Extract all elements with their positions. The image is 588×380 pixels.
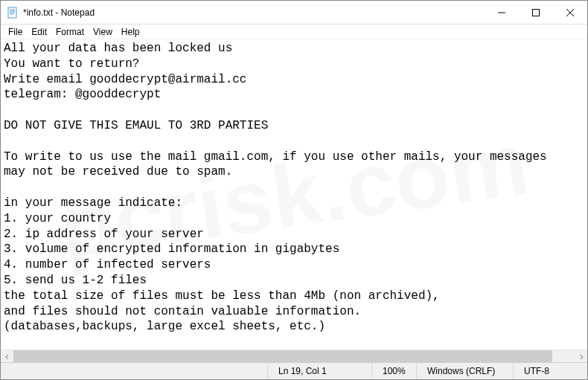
menu-edit[interactable]: Edit [27, 25, 51, 39]
menubar: File Edit Format View Help [1, 25, 587, 39]
minimize-button[interactable] [485, 1, 519, 24]
close-button[interactable] [553, 1, 587, 24]
window-controls [485, 1, 587, 24]
status-position: Ln 19, Col 1 [267, 363, 371, 379]
svg-rect-6 [533, 9, 540, 16]
menu-view[interactable]: View [89, 25, 117, 39]
menu-help[interactable]: Help [117, 25, 144, 39]
status-lineending: Windows (CRLF) [416, 363, 513, 379]
maximize-button[interactable] [519, 1, 553, 24]
scroll-track[interactable] [13, 350, 575, 362]
scroll-thumb[interactable] [13, 350, 552, 362]
watermark: pcrisk.com [52, 104, 535, 285]
window-title: *info.txt - Notepad [23, 7, 485, 18]
notepad-window: *info.txt - Notepad File Edit Format Vie… [0, 0, 588, 380]
scroll-right-arrow[interactable] [575, 350, 587, 363]
titlebar: *info.txt - Notepad [1, 1, 587, 25]
statusbar: Ln 19, Col 1 100% Windows (CRLF) UTF-8 [1, 362, 587, 379]
scroll-left-arrow[interactable] [1, 350, 13, 363]
text-editor[interactable]: All your data has been locked us You wan… [1, 39, 587, 350]
status-encoding: UTF-8 [513, 363, 587, 379]
horizontal-scrollbar[interactable] [1, 350, 587, 362]
status-zoom: 100% [371, 363, 416, 379]
menu-format[interactable]: Format [51, 25, 89, 39]
menu-file[interactable]: File [4, 25, 27, 39]
notepad-icon [7, 7, 19, 19]
